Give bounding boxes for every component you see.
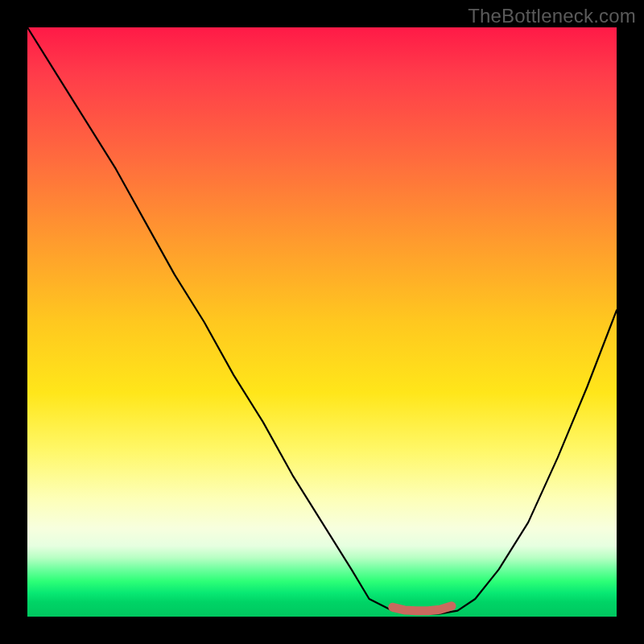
chart-frame: TheBottleneck.com [0, 0, 644, 644]
watermark-text: TheBottleneck.com [468, 5, 636, 27]
plot-area [27, 27, 617, 617]
optimal-marker [393, 606, 452, 611]
curve-layer [27, 27, 617, 617]
bottleneck-curve [27, 27, 617, 613]
